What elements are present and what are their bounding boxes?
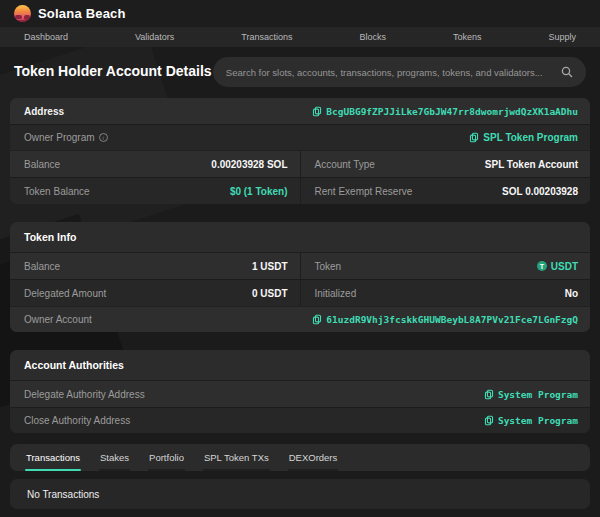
owner-program-row: Owner Program SPL Token Program bbox=[10, 124, 590, 150]
close-authority-value[interactable]: System Program bbox=[498, 415, 578, 426]
token-link[interactable]: USDT bbox=[537, 261, 578, 272]
delegate-authority-value[interactable]: System Program bbox=[498, 389, 578, 400]
token-balance-cell: Token Balance $0 (1 Token) bbox=[10, 178, 300, 204]
solana-beach-logo-icon[interactable] bbox=[14, 5, 31, 22]
search-input[interactable] bbox=[226, 67, 553, 78]
owner-program-label: Owner Program bbox=[24, 132, 108, 143]
tab-spl-token-txs[interactable]: SPL Token TXs bbox=[194, 444, 279, 471]
owner-program-link[interactable]: SPL Token Program bbox=[469, 132, 578, 143]
info-icon bbox=[99, 133, 108, 142]
search-bar bbox=[213, 57, 586, 87]
account-type-cell: Account Type SPL Token Account bbox=[300, 151, 591, 177]
delegated-value: 0 USDT bbox=[252, 288, 288, 299]
address-value[interactable]: BcgUBG9fZPJJiLke7GbJW47rr8dwomrjwdQzXK1a… bbox=[326, 106, 578, 117]
owner-account-link[interactable]: 61uzdR9Vhj3fcskkGHUWBeybL8A7PVv21Fce7LGn… bbox=[312, 314, 578, 325]
main-content: Token Holder Account Details Address bbox=[0, 47, 600, 509]
address-value-link[interactable]: BcgUBG9fZPJJiLke7GbJW47rr8dwomrjwdQzXK1a… bbox=[312, 106, 578, 117]
nav-item-validators[interactable]: Validators bbox=[135, 32, 174, 42]
rent-exempt-cell: Rent Exempt Reserve SOL 0.00203928 bbox=[300, 178, 591, 204]
nav-item-supply[interactable]: Supply bbox=[548, 32, 576, 42]
token-balance-value[interactable]: $0 (1 Token) bbox=[230, 186, 288, 197]
search-icon[interactable] bbox=[561, 66, 573, 78]
main-nav: Dashboard Validators Transactions Blocks… bbox=[0, 27, 600, 47]
token-info-balance-cell: Balance 1 USDT bbox=[10, 253, 300, 279]
token-value[interactable]: USDT bbox=[551, 261, 578, 272]
copy-icon[interactable] bbox=[312, 314, 322, 325]
copy-icon[interactable] bbox=[484, 389, 494, 400]
close-authority-row: Close Authority Address System Program bbox=[10, 407, 590, 433]
account-details-card: Address BcgUBG9fZPJJiLke7GbJW47rr8dwomrj… bbox=[10, 98, 590, 204]
account-authorities-header: Account Authorities bbox=[10, 350, 590, 381]
delegate-authority-link[interactable]: System Program bbox=[484, 389, 578, 400]
address-row: Address BcgUBG9fZPJJiLke7GbJW47rr8dwomrj… bbox=[10, 98, 590, 124]
delegate-authority-label: Delegate Authority Address bbox=[24, 389, 145, 400]
close-authority-label: Close Authority Address bbox=[24, 415, 130, 426]
title-row: Token Holder Account Details bbox=[14, 57, 586, 87]
nav-item-blocks[interactable]: Blocks bbox=[359, 32, 386, 42]
nav-item-transactions[interactable]: Transactions bbox=[241, 32, 292, 42]
close-authority-link[interactable]: System Program bbox=[484, 415, 578, 426]
rent-exempt-label: Rent Exempt Reserve bbox=[315, 186, 413, 197]
initialized-value: No bbox=[565, 288, 578, 299]
delegated-label: Delegated Amount bbox=[24, 288, 106, 299]
balance-value: 0.00203928 SOL bbox=[211, 159, 287, 170]
account-type-value: SPL Token Account bbox=[485, 159, 578, 170]
token-info-card: Token Info Balance 1 USDT Token USDT Del… bbox=[10, 222, 590, 332]
token-balance-rent-row: Token Balance $0 (1 Token) Rent Exempt R… bbox=[10, 177, 590, 204]
copy-icon[interactable] bbox=[484, 415, 494, 426]
initialized-label: Initialized bbox=[315, 288, 357, 299]
balance-account-type-row: Balance 0.00203928 SOL Account Type SPL … bbox=[10, 150, 590, 177]
page-title: Token Holder Account Details bbox=[14, 62, 213, 82]
tether-icon bbox=[537, 261, 547, 271]
empty-state-message: No Transactions bbox=[27, 489, 99, 500]
delegated-cell: Delegated Amount 0 USDT bbox=[10, 280, 300, 306]
app-header: Solana Beach bbox=[0, 0, 600, 27]
tabs-bar: Transactions Stakes Portfolio SPL Token … bbox=[10, 444, 590, 471]
token-label: Token bbox=[315, 261, 342, 272]
delegated-initialized-row: Delegated Amount 0 USDT Initialized No bbox=[10, 279, 590, 306]
owner-account-row: Owner Account 61uzdR9Vhj3fcskkGHUWBeybL8… bbox=[10, 306, 590, 332]
initialized-cell: Initialized No bbox=[300, 280, 591, 306]
tab-dexorders[interactable]: DEXOrders bbox=[279, 444, 348, 471]
rent-exempt-value: SOL 0.00203928 bbox=[502, 186, 578, 197]
token-info-header: Token Info bbox=[10, 222, 590, 253]
token-cell: Token USDT bbox=[300, 253, 591, 279]
delegate-authority-row: Delegate Authority Address System Progra… bbox=[10, 381, 590, 407]
token-info-balance-label: Balance bbox=[24, 261, 60, 272]
token-balance-token-row: Balance 1 USDT Token USDT bbox=[10, 253, 590, 279]
account-authorities-card: Account Authorities Delegate Authority A… bbox=[10, 350, 590, 433]
balance-cell: Balance 0.00203928 SOL bbox=[10, 151, 300, 177]
copy-icon[interactable] bbox=[469, 132, 479, 143]
owner-account-label: Owner Account bbox=[24, 314, 92, 325]
tab-portfolio[interactable]: Portfolio bbox=[139, 444, 194, 471]
token-balance-label: Token Balance bbox=[24, 186, 90, 197]
empty-state-card: No Transactions bbox=[10, 479, 590, 509]
nav-item-tokens[interactable]: Tokens bbox=[453, 32, 482, 42]
nav-item-dashboard[interactable]: Dashboard bbox=[24, 32, 68, 42]
tab-transactions[interactable]: Transactions bbox=[16, 444, 90, 471]
tab-stakes[interactable]: Stakes bbox=[90, 444, 139, 471]
address-label: Address bbox=[24, 106, 64, 117]
balance-label: Balance bbox=[24, 159, 60, 170]
brand-name[interactable]: Solana Beach bbox=[38, 6, 126, 21]
copy-icon[interactable] bbox=[312, 106, 322, 117]
owner-account-value[interactable]: 61uzdR9Vhj3fcskkGHUWBeybL8A7PVv21Fce7LGn… bbox=[326, 314, 578, 325]
owner-program-value[interactable]: SPL Token Program bbox=[483, 132, 578, 143]
token-info-balance-value: 1 USDT bbox=[252, 261, 288, 272]
account-type-label: Account Type bbox=[315, 159, 375, 170]
